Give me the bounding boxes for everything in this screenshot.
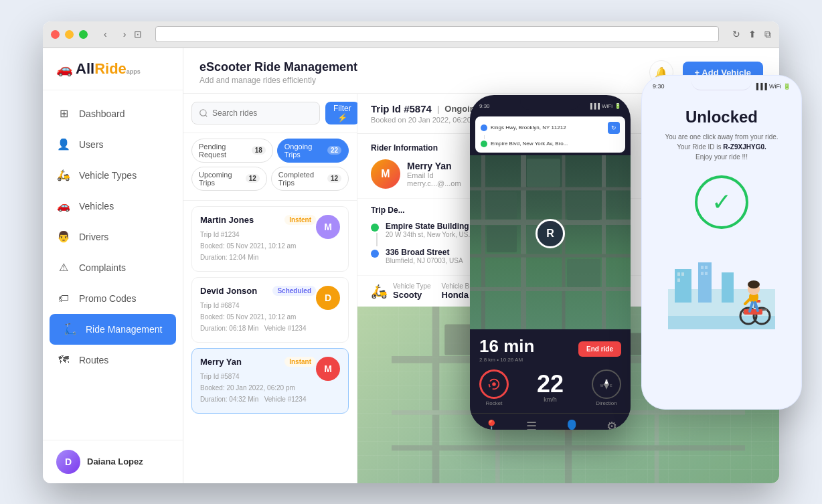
close-button[interactable] [51,30,60,39]
avatar: D [56,450,80,474]
sidebar-label-vehicles: Vehicles [79,201,114,212]
url-bar[interactable] [155,26,719,42]
dashboard-icon: ⊞ [56,106,71,121]
tab-row-1: Pending Request 18 Ongoing Trips 22 [191,139,349,163]
sidebar-label-promo-codes: Promo Codes [79,293,137,304]
vehicle-icon: 🛵 [371,283,388,299]
svg-rect-37 [677,278,680,282]
rider-avatar-large: M [371,159,400,189]
minimize-button[interactable] [65,30,74,39]
phone-map-mockup: 9:30 ▐▐▐ WiFi 🔋 Kings Hwy, Brooklyn, NY … [470,95,631,430]
end-ride-button[interactable]: End ride [578,341,621,357]
tab-completed-trips[interactable]: Completed Trips 12 [271,167,349,191]
ride-list-panel: Filter ⚡ Pending Request 18 Ongoing Trip… [183,94,357,483]
svg-rect-24 [567,259,600,287]
sidebar-label-vehicle-types: Vehicle Types [79,170,137,181]
search-input[interactable] [191,102,320,124]
sidebar-item-vehicle-types[interactable]: 🛵 Vehicle Types [43,160,183,191]
share-icon[interactable]: ⬆ [748,29,756,40]
speed-value: 22 [537,372,564,396]
rider-name: Martin Jones [200,215,254,225]
nav-menu-icon[interactable]: ☰ [526,419,537,430]
gauge-metric: Rocket [479,369,509,406]
filter-button[interactable]: Filter ⚡ [325,102,359,124]
vehicle-type-label: Vehicle Type [393,282,431,290]
svg-rect-19 [487,192,517,219]
expand-icon[interactable]: ⧉ [764,29,771,40]
rider-avatar: M [316,215,340,239]
sidebar-item-routes[interactable]: 🗺 Routes [43,345,183,375]
tab-upcoming-badge: 12 [246,174,260,183]
svg-point-53 [748,280,760,288]
destination-name: 336 Broad Street [386,248,474,257]
location-card: Kings Hwy, Brooklyn, NY 11212 ↻ Empire B… [475,116,625,153]
ride-card[interactable]: Devid Jonson Scheduled Trip Id #6874 Boo… [191,277,349,343]
from-location: Kings Hwy, Brooklyn, NY 11212 [491,124,604,131]
maximize-button[interactable] [79,30,88,39]
ride-meta: Trip Id #6874 Booked: 05 Nov 2021, 10:12… [200,300,316,334]
vehicle-marker: R [536,219,565,248]
svg-rect-40 [705,266,708,269]
sidebar-toggle[interactable]: ⊡ [134,29,142,39]
rider-name: Devid Jonson [200,286,257,296]
ride-card[interactable]: Merry Yan Instant Trip Id #5874 Booked: … [191,348,349,414]
back-button[interactable]: ‹ [104,29,107,39]
header-text: eScooter Ride Management Add and manage … [199,60,357,85]
avatar-image: D [56,450,80,474]
wifi-icon-right: WiFi [769,83,781,90]
svg-rect-35 [677,272,680,276]
battery-icon: 🔋 [614,103,621,109]
nav-settings-icon[interactable]: ⚙ [606,419,617,430]
ride-type-badge: Instent [284,215,316,225]
svg-rect-43 [722,272,734,303]
refresh-icon: ↻ [608,122,620,134]
forward-button[interactable]: › [123,29,127,39]
complaints-icon: ⚠ [56,260,71,275]
sidebar-label-routes: Routes [79,355,108,365]
user-profile[interactable]: D Daiana Lopez [43,440,183,483]
svg-point-26 [492,382,496,386]
distance-display: 2.8 km • 10:26 AM [479,357,534,363]
logo: 🚗 AllRideapps [56,60,169,78]
ride-card[interactable]: Martin Jones Instent Trip Id #1234 Booke… [191,206,349,272]
ride-type-badge: Scheduled [272,286,316,296]
title-bar: ‹ › ⊡ ↻ ⬆ ⧉ [43,21,779,48]
route-line [376,233,378,246]
sidebar-item-drivers[interactable]: 👨 Drivers [43,222,183,252]
sidebar-label-dashboard: Dashboard [79,108,125,119]
sidebar-item-vehicles[interactable]: 🚗 Vehicles [43,191,183,222]
sidebar-label-complaints: Complaints [79,262,126,273]
svg-rect-41 [701,272,704,275]
tab-ongoing-badge: 22 [327,146,341,155]
to-location: Empire Blvd, New York Av, Bro... [491,141,568,147]
logo-apps: apps [127,68,141,75]
sidebar-item-users[interactable]: 👤 Users [43,129,183,160]
toolbar-icons: ↻ ⬆ ⧉ [732,29,771,40]
sidebar-item-complaints[interactable]: ⚠ Complaints [43,252,183,283]
trip-id: Trip Id #5874 [371,103,432,114]
origin-addr: 20 W 34th st, New York, US... [386,231,474,238]
rides-list: Martin Jones Instent Trip Id #1234 Booke… [183,201,357,483]
route-addresses: Empire State Building 20 W 34th st, New … [386,222,474,264]
sidebar-item-promo-codes[interactable]: 🏷 Promo Codes [43,283,183,314]
sidebar-item-ride-management[interactable]: 🛴 Ride Management [50,314,176,345]
search-bar: Filter ⚡ [183,94,357,133]
nav-location-icon[interactable]: 📍 [484,419,499,430]
ride-meta: Trip Id #1234 Booked: 05 Nov 2021, 10:12… [200,229,316,263]
svg-rect-50 [744,309,762,315]
rider-details: Merry Yan Email Id merry.c...@...om [407,161,461,187]
tab-pending-request[interactable]: Pending Request 18 [191,139,273,163]
sidebar-label-ride-management: Ride Management [86,324,162,335]
logo-area: 🚗 AllRideapps [43,48,183,90]
nav-profile-icon[interactable]: 👤 [564,419,579,430]
sidebar: 🚗 AllRideapps ⊞ Dashboard 👤 Users 🛵 [43,48,183,483]
refresh-icon[interactable]: ↻ [732,29,740,40]
logo-ride: Ride [94,60,127,77]
page-title: eScooter Ride Management [199,60,357,74]
svg-rect-42 [705,272,708,275]
tab-ongoing-trips[interactable]: Ongoing Trips 22 [277,139,349,163]
svg-text:W: W [600,384,604,388]
sidebar-item-dashboard[interactable]: ⊞ Dashboard [43,98,183,129]
tab-upcoming-trips[interactable]: Upcoming Trips 12 [191,167,267,191]
svg-rect-39 [701,266,704,269]
